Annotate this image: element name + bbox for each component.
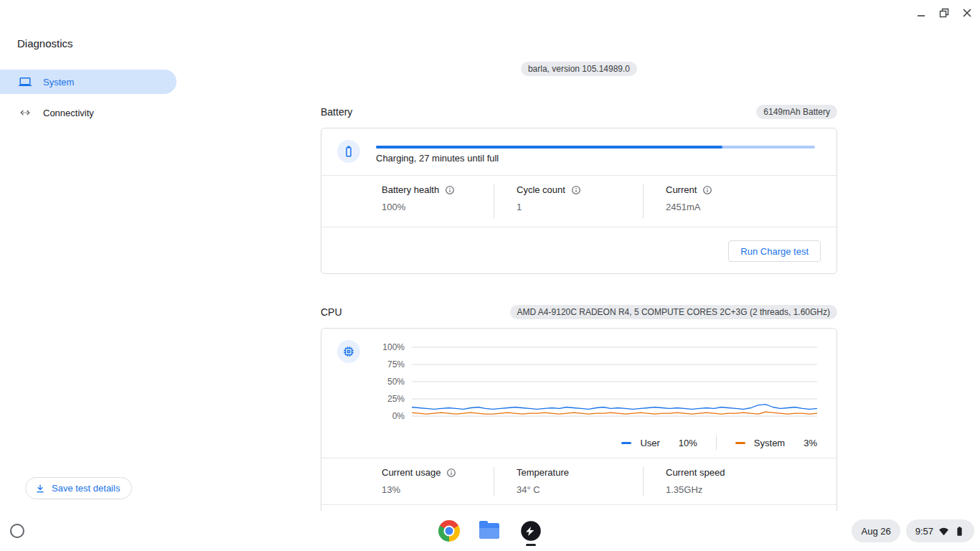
- restore-button[interactable]: [937, 6, 951, 20]
- temperature-value: 34° C: [517, 484, 643, 495]
- save-test-details-button[interactable]: Save test details: [25, 477, 132, 499]
- chrome-icon: [438, 520, 460, 542]
- cycle-count-label: Cycle count: [517, 184, 565, 195]
- minimize-icon: [916, 8, 926, 18]
- wifi-icon: [938, 526, 949, 537]
- battery-card: Charging, 27 minutes until full Battery …: [321, 128, 837, 274]
- messenger-app-button[interactable]: [520, 520, 542, 542]
- system-tray-pill[interactable]: 9:57: [906, 519, 974, 542]
- launcher-button[interactable]: [10, 524, 24, 538]
- messenger-icon: [520, 520, 542, 542]
- cpu-spec-chip: AMD A4-9120C RADEON R4, 5 COMPUTE CORES …: [510, 305, 837, 319]
- cpu-stats-row: Current usage 13% Temperature 34° C Curr…: [321, 458, 837, 505]
- current-usage-stat: Current usage 13%: [321, 458, 494, 504]
- battery-health-value: 100%: [382, 202, 494, 212]
- svg-text:75%: 75%: [387, 359, 405, 369]
- save-test-details-label: Save test details: [52, 483, 120, 494]
- battery-action-row: Run Charge test: [321, 227, 837, 274]
- time-label: 9:57: [915, 526, 933, 537]
- svg-text:50%: 50%: [387, 377, 405, 387]
- run-charge-test-button[interactable]: Run Charge test: [728, 240, 821, 262]
- user-legend-name: User: [640, 438, 659, 448]
- main-content: barla, version 105.14989.0 Battery 6149m…: [321, 0, 837, 551]
- current-speed-stat: Current speed 1.35GHz: [643, 458, 837, 504]
- cpu-legend: User 10% System 3%: [321, 428, 837, 458]
- cpu-usage-chart: 100%75%50%25%0%: [379, 342, 824, 422]
- current-usage-value: 13%: [382, 484, 494, 495]
- status-tray: Aug 26 9:57: [852, 519, 974, 542]
- cpu-icon-circle: [337, 340, 360, 363]
- battery-icon-circle: [337, 140, 360, 163]
- sidebar-item-connectivity[interactable]: Connectivity: [0, 100, 176, 125]
- info-icon[interactable]: [446, 468, 456, 478]
- user-legend-value: 10%: [679, 438, 697, 448]
- window-controls: [914, 6, 974, 20]
- current-label: Current: [666, 184, 697, 195]
- svg-text:0%: 0%: [392, 411, 405, 421]
- close-button[interactable]: [960, 6, 974, 20]
- files-app-button[interactable]: [479, 520, 501, 542]
- minimize-button[interactable]: [914, 6, 928, 20]
- battery-charge-status: Charging, 27 minutes until full: [376, 153, 499, 164]
- battery-progress-fill: [376, 146, 722, 149]
- battery-health-label: Battery health: [382, 184, 439, 195]
- cpu-icon: [342, 345, 355, 358]
- date-pill[interactable]: Aug 26: [852, 519, 900, 542]
- temperature-stat: Temperature 34° C: [494, 458, 643, 504]
- cycle-count-value: 1: [517, 202, 643, 212]
- battery-icon: [342, 145, 355, 158]
- battery-section-header: Battery 6149mAh Battery: [321, 105, 837, 119]
- current-value: 2451mA: [666, 202, 837, 212]
- sidebar: System Connectivity: [0, 70, 176, 131]
- battery-stats-row: Battery health 100% Cycle count 1: [321, 176, 837, 227]
- battery-title: Battery: [321, 106, 352, 118]
- version-chip: barla, version 105.14989.0: [521, 62, 637, 76]
- battery-spec-chip: 6149mAh Battery: [756, 105, 837, 119]
- system-legend-swatch: [735, 442, 745, 444]
- sidebar-item-system[interactable]: System: [0, 70, 176, 94]
- svg-text:25%: 25%: [387, 394, 405, 404]
- sidebar-item-label: Connectivity: [43, 108, 94, 118]
- restore-icon: [939, 8, 949, 18]
- temperature-label: Temperature: [517, 467, 569, 478]
- legend-divider: [716, 435, 717, 450]
- cpu-title: CPU: [321, 306, 342, 318]
- user-legend-swatch: [621, 442, 631, 444]
- battery-status-icon: [954, 526, 965, 537]
- laptop-icon: [19, 75, 32, 88]
- battery-progress-bar: [376, 146, 815, 149]
- info-icon[interactable]: [702, 185, 712, 195]
- current-stat: Current 2451mA: [643, 176, 837, 227]
- current-usage-label: Current usage: [382, 467, 440, 478]
- system-legend-value: 3%: [804, 438, 817, 448]
- battery-charge-row: Charging, 27 minutes until full: [321, 128, 837, 176]
- cycle-count-stat: Cycle count 1: [494, 176, 643, 227]
- download-icon: [34, 483, 46, 494]
- page-title: Diagnostics: [17, 37, 73, 50]
- cpu-section-header: CPU AMD A4-9120C RADEON R4, 5 COMPUTE CO…: [321, 305, 837, 319]
- running-app-indicator: [526, 544, 536, 546]
- files-icon: [479, 523, 499, 539]
- info-icon[interactable]: [571, 185, 581, 195]
- shelf: Aug 26 9:57: [0, 511, 980, 551]
- chrome-app-button[interactable]: [438, 520, 460, 542]
- close-icon: [962, 8, 972, 18]
- current-speed-label: Current speed: [666, 467, 725, 478]
- shelf-apps: [438, 520, 542, 542]
- battery-health-stat: Battery health 100%: [321, 176, 494, 227]
- svg-text:100%: 100%: [382, 342, 405, 352]
- info-icon[interactable]: [445, 185, 455, 195]
- system-legend-name: System: [754, 438, 785, 448]
- ethernet-icon: [19, 106, 32, 119]
- sidebar-item-label: System: [43, 77, 74, 88]
- current-speed-value: 1.35GHz: [666, 484, 837, 495]
- date-label: Aug 26: [861, 526, 890, 537]
- cpu-chart-area: 100%75%50%25%0%: [321, 329, 837, 428]
